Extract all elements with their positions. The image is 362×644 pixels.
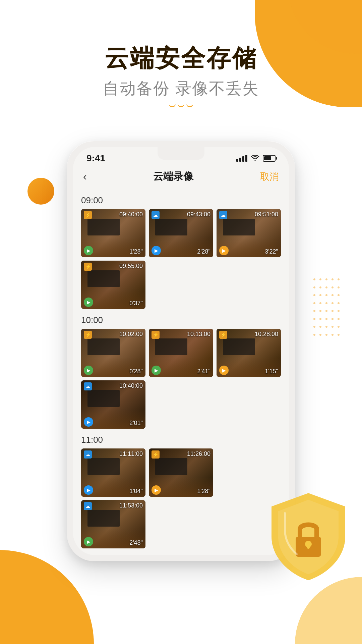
video-duration: 2'01" [129, 420, 143, 427]
status-time: 9:41 [86, 153, 105, 164]
video-timestamp: 10:40:00 [119, 382, 143, 389]
video-duration: 3'22" [265, 248, 278, 255]
play-icon[interactable]: ▶ [152, 246, 161, 255]
video-timestamp: 09:55:00 [119, 263, 143, 270]
cancel-button[interactable]: 取消 [260, 170, 279, 183]
video-item[interactable]: ☁ 11:53:00 2'48" ▶ [81, 500, 145, 548]
motion-icon: ⚡ [84, 211, 92, 219]
video-timestamp: 09:51:00 [255, 211, 278, 218]
video-item[interactable]: ☁ 09:43:00 2'28" ▶ [149, 209, 213, 257]
phone-mockup: 9:41 [67, 141, 295, 561]
main-title: 云端安全存储 [0, 44, 362, 72]
dot-grid-decoration [313, 278, 340, 339]
video-timestamp: 11:26:00 [187, 450, 210, 458]
video-duration: 2'48" [129, 539, 143, 546]
video-item[interactable]: ☁ 10:40:00 2'01" ▶ [81, 380, 145, 429]
motion-icon: ⚡ [152, 331, 160, 339]
back-button[interactable]: ‹ [83, 170, 87, 183]
wifi-icon [251, 155, 259, 162]
phone-screen: 9:41 [73, 147, 289, 555]
video-item[interactable]: ⚡ 10:28:00 1'15" ▶ [217, 329, 281, 377]
motion-icon: ⚡ [219, 331, 227, 339]
video-timestamp: 10:02:00 [119, 331, 143, 338]
cloud-icon: ☁ [219, 211, 227, 219]
video-grid-09-row2: ⚡ 09:55:00 0'37" ▶ [81, 261, 281, 309]
play-icon[interactable]: ▶ [84, 298, 93, 307]
play-icon[interactable]: ▶ [84, 366, 93, 375]
video-duration: 1'28" [197, 488, 210, 495]
time-group-label-10: 10:00 [81, 309, 281, 329]
play-icon[interactable]: ▶ [84, 417, 93, 427]
play-icon[interactable]: ▶ [219, 246, 229, 255]
video-grid-11-row2: ☁ 11:53:00 2'48" ▶ [81, 500, 281, 548]
video-duration: 1'15" [265, 368, 278, 375]
video-item[interactable]: ⚡ 09:55:00 0'37" ▶ [81, 261, 145, 309]
title-area: 云端安全存储 自动备份 录像不丢失 [0, 44, 362, 107]
video-duration: 2'41" [197, 368, 210, 375]
motion-icon: ⚡ [152, 450, 160, 459]
video-item[interactable]: ⚡ 11:26:00 1'28" ▶ [149, 448, 213, 497]
phone-outer-shell: 9:41 [67, 141, 295, 561]
wavy-line-decoration [0, 104, 362, 107]
video-grid-10-row1: ⚡ 10:02:00 0'28" ▶ ⚡ 10:13:00 2'41" ▶ [81, 329, 281, 377]
video-timestamp: 10:13:00 [187, 331, 210, 338]
video-duration: 0'28" [129, 368, 143, 375]
svg-rect-2 [307, 544, 310, 549]
cloud-icon: ☁ [84, 502, 92, 510]
sub-title: 自动备份 录像不丢失 [0, 78, 362, 99]
signal-icon [236, 155, 247, 162]
play-icon[interactable]: ▶ [152, 366, 161, 375]
video-grid-09-row1: ⚡ 09:40:00 1'28" ▶ ☁ 09:43:00 2'28" [81, 209, 281, 257]
video-duration: 1'04" [129, 488, 143, 495]
video-item[interactable]: ☁ 09:51:00 3'22" ▶ [217, 209, 281, 257]
video-duration: 1'28" [129, 248, 143, 255]
bg-decoration-bottom-right [295, 577, 362, 644]
video-grid-10-row2: ☁ 10:40:00 2'01" ▶ [81, 380, 281, 429]
video-timestamp: 10:28:00 [255, 331, 278, 338]
app-header: ‹ 云端录像 取消 [73, 166, 289, 189]
shield-security-decoration [265, 490, 352, 584]
orange-circle-decoration [27, 178, 54, 205]
cloud-icon: ☁ [84, 382, 92, 390]
cloud-icon: ☁ [84, 450, 92, 459]
play-icon[interactable]: ▶ [152, 485, 161, 495]
play-icon[interactable]: ▶ [84, 485, 93, 495]
video-timestamp: 09:43:00 [187, 211, 210, 218]
video-item[interactable]: ⚡ 10:13:00 2'41" ▶ [149, 329, 213, 377]
time-group-label-09: 09:00 [81, 189, 281, 209]
page-title: 云端录像 [153, 170, 193, 183]
video-duration: 2'28" [197, 248, 210, 255]
bg-decoration-bottom-left [0, 550, 94, 644]
phone-notch [158, 147, 204, 160]
time-group-label-11: 11:00 [81, 429, 281, 448]
video-timestamp: 11:53:00 [119, 502, 143, 509]
video-duration: 0'37" [129, 300, 143, 307]
play-icon[interactable]: ▶ [219, 366, 229, 375]
play-icon[interactable]: ▶ [84, 246, 93, 255]
video-item[interactable]: ☁ 11:11:00 1'04" ▶ [81, 448, 145, 497]
motion-icon: ⚡ [84, 263, 92, 271]
play-icon[interactable]: ▶ [84, 537, 93, 546]
recording-list: 09:00 ⚡ 09:40:00 1'28" ▶ [73, 189, 289, 555]
cloud-icon: ☁ [152, 211, 160, 219]
video-timestamp: 09:40:00 [119, 211, 143, 218]
battery-icon [263, 155, 276, 162]
motion-icon: ⚡ [84, 331, 92, 339]
status-icons [236, 155, 276, 162]
video-item[interactable]: ⚡ 10:02:00 0'28" ▶ [81, 329, 145, 377]
video-item[interactable]: ⚡ 09:40:00 1'28" ▶ [81, 209, 145, 257]
video-timestamp: 11:11:00 [119, 450, 143, 458]
video-grid-11-row1: ☁ 11:11:00 1'04" ▶ ⚡ 11:26:00 1'28" ▶ [81, 448, 281, 497]
